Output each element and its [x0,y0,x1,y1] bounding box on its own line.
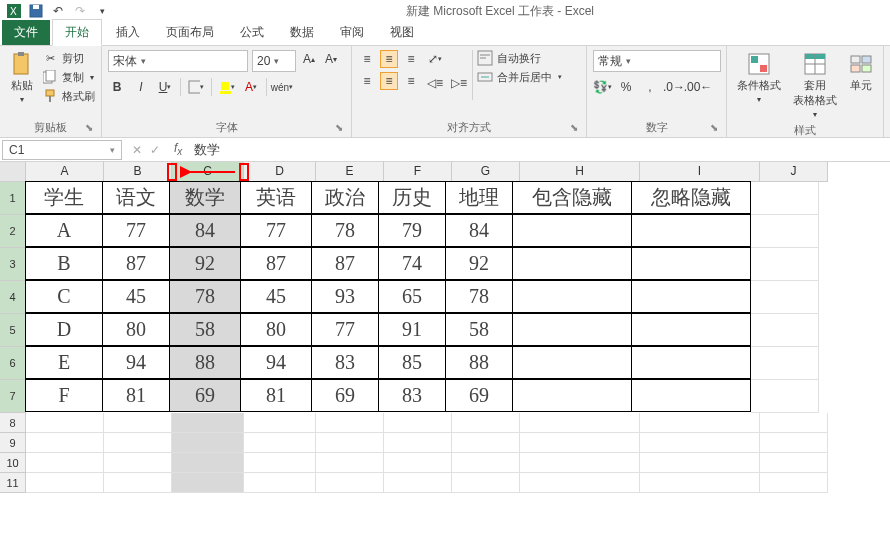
merge-center-button[interactable]: 合并后居中▾ [477,69,562,85]
save-icon[interactable] [28,3,44,19]
cell[interactable] [631,379,751,412]
font-color-button[interactable]: A▾ [242,78,260,96]
row-header[interactable]: 3 [0,248,26,281]
format-painter-button[interactable]: 格式刷 [42,88,95,104]
launcher-icon[interactable]: ⬊ [83,122,95,134]
font-name-combo[interactable]: 宋体▾ [108,50,248,72]
align-center-button[interactable]: ≡ [380,72,398,90]
underline-button[interactable]: U▾ [156,78,174,96]
cell[interactable] [26,433,104,453]
cell[interactable] [452,473,520,493]
cell[interactable] [760,473,828,493]
cell[interactable] [104,473,172,493]
accounting-format-button[interactable]: 💱▾ [593,78,611,96]
column-header[interactable]: J [760,162,828,182]
cell[interactable] [512,379,632,412]
cell[interactable]: 政治 [311,181,379,214]
cell[interactable] [452,413,520,433]
cell[interactable]: 81 [240,379,312,412]
cell[interactable] [384,413,452,433]
cell[interactable]: 77 [311,313,379,346]
row-header[interactable]: 8 [0,413,26,433]
column-header[interactable]: F [384,162,452,182]
tab-view[interactable]: 视图 [378,20,426,45]
paste-button[interactable]: 粘贴 ▾ [6,50,38,106]
copy-button[interactable]: 复制▾ [42,69,95,85]
decrease-indent-button[interactable]: ◁≡ [426,74,444,92]
cell[interactable]: 77 [240,214,312,247]
cell[interactable]: 94 [240,346,312,379]
align-left-button[interactable]: ≡ [358,72,376,90]
cell[interactable]: 84 [445,214,513,247]
font-size-combo[interactable]: 20▾ [252,50,296,72]
fill-color-button[interactable]: ▾ [218,78,236,96]
cell[interactable] [631,280,751,313]
cell[interactable]: 83 [378,379,446,412]
cell[interactable] [316,473,384,493]
cell[interactable]: 69 [169,379,241,412]
cell[interactable]: 包含隐藏 [512,181,632,214]
tab-layout[interactable]: 页面布局 [154,20,226,45]
cell[interactable] [631,313,751,346]
undo-icon[interactable]: ↶ [50,3,66,19]
formula-input[interactable]: 数学 [188,139,890,161]
cell[interactable] [640,453,760,473]
cancel-icon[interactable]: ✕ [132,143,142,157]
cell[interactable] [316,453,384,473]
cell[interactable]: 45 [102,280,170,313]
cell[interactable] [631,346,751,379]
cell[interactable] [452,453,520,473]
cell[interactable]: 84 [169,214,241,247]
cell[interactable] [520,473,640,493]
cell[interactable]: 79 [378,214,446,247]
align-bottom-button[interactable]: ≡ [402,50,420,68]
column-header[interactable]: G [452,162,520,182]
format-as-table-button[interactable]: 套用 表格格式▾ [789,50,841,121]
number-format-combo[interactable]: 常规▾ [593,50,721,72]
cell[interactable] [512,280,632,313]
cell[interactable] [104,413,172,433]
cell[interactable] [172,433,244,453]
cell[interactable]: 地理 [445,181,513,214]
cell[interactable]: 92 [169,247,241,280]
cell[interactable]: F [25,379,103,412]
name-box[interactable]: C1▾ [2,140,122,160]
cell[interactable]: 69 [445,379,513,412]
cell[interactable]: 58 [169,313,241,346]
align-middle-button[interactable]: ≡ [380,50,398,68]
tab-file[interactable]: 文件 [2,20,50,45]
tab-data[interactable]: 数据 [278,20,326,45]
cell[interactable]: A [25,214,103,247]
cell[interactable] [751,215,819,248]
column-header[interactable]: E [316,162,384,182]
cell[interactable] [751,380,819,413]
cell[interactable]: 80 [240,313,312,346]
decrease-decimal-button[interactable]: .00← [689,78,707,96]
cell[interactable]: 87 [240,247,312,280]
comma-button[interactable]: , [641,78,659,96]
tab-home[interactable]: 开始 [52,19,102,46]
launcher-icon[interactable]: ⬊ [333,122,345,134]
cell[interactable] [760,413,828,433]
cell[interactable]: C [25,280,103,313]
cell[interactable] [640,433,760,453]
increase-decimal-button[interactable]: .0→ [665,78,683,96]
grow-font-button[interactable]: A▴ [300,50,318,68]
redo-icon[interactable]: ↷ [72,3,88,19]
enter-icon[interactable]: ✓ [150,143,160,157]
cell[interactable] [316,433,384,453]
column-header[interactable]: I [640,162,760,182]
align-right-button[interactable]: ≡ [402,72,420,90]
cell[interactable]: 93 [311,280,379,313]
cell[interactable] [384,473,452,493]
cell[interactable] [760,433,828,453]
align-top-button[interactable]: ≡ [358,50,376,68]
italic-button[interactable]: I [132,78,150,96]
row-header[interactable]: 4 [0,281,26,314]
orientation-button[interactable]: ⤢▾ [426,50,444,68]
cell[interactable]: 78 [311,214,379,247]
cell[interactable]: 忽略隐藏 [631,181,751,214]
cell[interactable] [512,214,632,247]
cell[interactable]: D [25,313,103,346]
cell[interactable] [384,453,452,473]
